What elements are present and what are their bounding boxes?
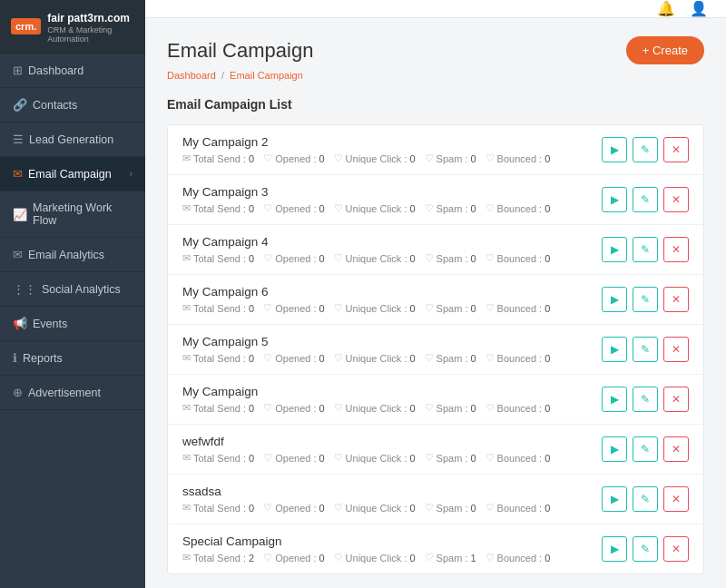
campaign-stats: ✉ Total Send : 0 ♡ Opened : 0 ♡ Unique C… (182, 152, 602, 164)
stat-bounced: ♡ Bounced : 0 (486, 552, 551, 564)
sidebar-item-lead-generation[interactable]: ☰ Lead Generation (0, 122, 145, 157)
stat-total-send: ✉ Total Send : 0 (182, 452, 254, 464)
play-button[interactable]: ▶ (602, 486, 627, 512)
play-button[interactable]: ▶ (602, 436, 627, 462)
cursor-icon: ♡ (334, 152, 343, 164)
campaign-name: My Campaign 6 (182, 285, 602, 299)
campaign-actions: ▶ ✎ ✕ (602, 436, 689, 462)
play-button[interactable]: ▶ (602, 287, 627, 312)
unique-click-label: Unique Click : (346, 153, 407, 164)
stat-unique-click: ♡ Unique Click : 0 (334, 202, 416, 214)
stat-unique-click: ♡ Unique Click : 0 (334, 452, 416, 464)
breadcrumb-current: Email Campaign (230, 70, 303, 81)
sidebar-label-advertisement: Advertisement (28, 387, 101, 399)
stat-bounced: ♡ Bounced : 0 (486, 452, 551, 464)
edit-button[interactable]: ✎ (633, 237, 658, 262)
stat-spam: ♡ Spam : 0 (425, 252, 476, 264)
campaign-info: ssadsa ✉ Total Send : 0 ♡ Opened : 0 ♡ U… (182, 485, 602, 514)
total-send-value: 0 (249, 453, 254, 464)
play-button[interactable]: ▶ (602, 137, 627, 162)
bounced-icon: ♡ (486, 152, 495, 164)
sidebar-item-reports[interactable]: ℹ Reports (0, 341, 145, 376)
spam-value: 0 (470, 503, 476, 514)
campaign-row: My Campaign 5 ✉ Total Send : 0 ♡ Opened … (168, 325, 703, 375)
delete-button[interactable]: ✕ (663, 536, 689, 562)
sidebar-arrow-email-campaign: › (130, 169, 132, 179)
delete-button[interactable]: ✕ (663, 137, 689, 162)
delete-button[interactable]: ✕ (663, 187, 689, 212)
edit-button[interactable]: ✎ (633, 137, 658, 162)
play-button[interactable]: ▶ (602, 237, 627, 262)
edit-button[interactable]: ✎ (633, 486, 658, 512)
play-button[interactable]: ▶ (602, 187, 627, 212)
sidebar-icon-marketing-workflow: 📈 (13, 208, 27, 221)
total-send-value: 0 (249, 153, 254, 164)
spam-value: 0 (470, 453, 476, 464)
opened-label: Opened : (275, 153, 316, 164)
total-send-label: Total Send : (193, 503, 246, 514)
bounced-value: 0 (544, 303, 550, 314)
stat-spam: ♡ Spam : 0 (425, 302, 476, 314)
spam-icon: ♡ (425, 402, 434, 414)
play-button[interactable]: ▶ (602, 337, 627, 362)
unique-click-label: Unique Click : (346, 253, 407, 264)
delete-button[interactable]: ✕ (663, 337, 689, 362)
delete-button[interactable]: ✕ (663, 287, 689, 312)
logo-sub: CRM & Marketing Automation (47, 25, 134, 44)
sidebar-item-advertisement[interactable]: ⊕ Advertisement (0, 376, 145, 410)
notification-icon[interactable]: 🔔 (657, 0, 675, 17)
sidebar-item-contacts[interactable]: 🔗 Contacts (0, 88, 145, 122)
delete-button[interactable]: ✕ (663, 387, 689, 412)
heart-icon: ♡ (263, 402, 272, 414)
sidebar-item-social-analytics[interactable]: ⋮⋮ Social Analytics (0, 272, 145, 307)
logo: crm. fair patt3rn.com CRM & Marketing Au… (0, 0, 145, 54)
total-send-label: Total Send : (193, 203, 246, 214)
stat-total-send: ✉ Total Send : 0 (182, 402, 254, 414)
sidebar-icon-contacts: 🔗 (13, 98, 27, 112)
delete-button[interactable]: ✕ (663, 436, 689, 462)
play-button[interactable]: ▶ (602, 387, 627, 412)
stat-total-send: ✉ Total Send : 2 (182, 552, 254, 564)
sidebar-item-events[interactable]: 📢 Events (0, 307, 145, 341)
campaign-row: My Campaign 6 ✉ Total Send : 0 ♡ Opened … (168, 275, 703, 325)
user-icon[interactable]: 👤 (690, 0, 708, 17)
delete-button[interactable]: ✕ (663, 237, 689, 262)
campaign-info: Special Campaign ✉ Total Send : 2 ♡ Open… (182, 534, 602, 564)
campaign-name: My Campaign 4 (182, 235, 602, 249)
total-send-label: Total Send : (193, 253, 246, 264)
delete-button[interactable]: ✕ (663, 486, 689, 512)
sidebar-item-dashboard[interactable]: ⊞ Dashboard (0, 54, 145, 88)
bounced-icon: ♡ (486, 402, 495, 414)
unique-click-label: Unique Click : (346, 403, 407, 414)
unique-click-value: 0 (409, 553, 415, 564)
sidebar-item-email-campaign[interactable]: ✉ Email Campaign › (0, 157, 145, 191)
heart-icon: ♡ (263, 302, 272, 314)
stat-total-send: ✉ Total Send : 0 (182, 252, 254, 264)
campaign-stats: ✉ Total Send : 2 ♡ Opened : 0 ♡ Unique C… (182, 552, 602, 564)
spam-label: Spam : (437, 303, 468, 314)
spam-label: Spam : (437, 503, 468, 514)
breadcrumb-home[interactable]: Dashboard (167, 70, 216, 81)
create-button[interactable]: + Create (626, 36, 704, 64)
edit-button[interactable]: ✎ (633, 187, 658, 212)
total-send-value: 2 (249, 553, 254, 564)
edit-button[interactable]: ✎ (633, 337, 658, 362)
campaign-info: My Campaign 6 ✉ Total Send : 0 ♡ Opened … (182, 285, 602, 314)
edit-button[interactable]: ✎ (633, 387, 658, 412)
spam-label: Spam : (437, 403, 468, 414)
campaign-row: My Campaign 4 ✉ Total Send : 0 ♡ Opened … (168, 225, 703, 275)
edit-button[interactable]: ✎ (633, 536, 658, 562)
campaign-info: My Campaign ✉ Total Send : 0 ♡ Opened : … (182, 385, 602, 414)
total-send-value: 0 (249, 403, 254, 414)
opened-value: 0 (319, 203, 324, 214)
edit-button[interactable]: ✎ (633, 436, 658, 462)
play-button[interactable]: ▶ (602, 536, 627, 562)
edit-button[interactable]: ✎ (633, 287, 658, 312)
sidebar-item-email-analytics[interactable]: ✉ Email Analytics (0, 238, 145, 272)
total-send-label: Total Send : (193, 403, 246, 414)
cursor-icon: ♡ (334, 302, 343, 314)
content-area: Email Campaign + Create Dashboard / Emai… (145, 18, 726, 588)
stat-bounced: ♡ Bounced : 0 (486, 502, 551, 514)
sidebar-label-social-analytics: Social Analytics (42, 283, 121, 296)
sidebar-item-marketing-workflow[interactable]: 📈 Marketing Work Flow (0, 191, 145, 238)
